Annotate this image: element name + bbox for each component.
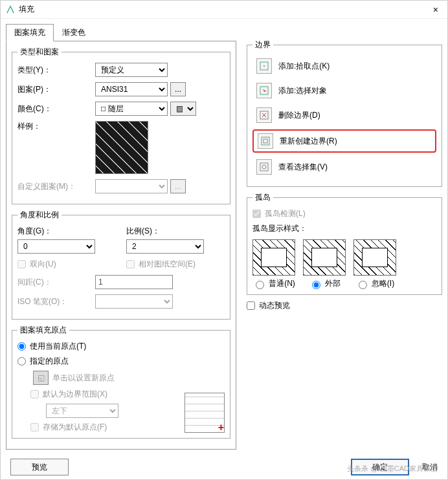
relative-checkbox: [126, 260, 135, 268]
tab-hatch[interactable]: 图案填充: [6, 24, 54, 41]
dynamic-preview-label: 动态预览: [259, 300, 290, 311]
island-outer-radio[interactable]: [312, 281, 320, 289]
default-boundary-checkbox: [30, 390, 39, 398]
island-outer-img[interactable]: [303, 239, 346, 276]
origin-legend: 图案填充原点: [17, 325, 69, 336]
tab-bar: 图案填充 渐变色: [6, 24, 236, 41]
boundary-legend: 边界: [252, 39, 273, 50]
boundary-group: 边界 添加:拾取点(K) 添加:选择对象 删除边界(D) 重新创建边界(R) 查…: [247, 39, 442, 187]
relative-label: 相对图纸空间(E): [139, 259, 196, 270]
store-default-label: 存储为默认原点(F): [43, 422, 107, 433]
pick-point-icon: [256, 58, 272, 74]
double-label: 双向(U): [30, 259, 56, 270]
remove-icon: [256, 107, 272, 123]
pattern-label: 图案(P)：: [17, 84, 95, 95]
island-outer-label: 外部: [325, 278, 341, 289]
close-button[interactable]: ×: [429, 5, 442, 15]
angle-label: 角度(G)：: [17, 226, 116, 237]
left-panel: 类型和图案 类型(Y)： 预定义 图案(P)： ANSI31 ... 颜色(C)…: [6, 41, 236, 450]
dynamic-preview-checkbox[interactable]: [247, 301, 255, 310]
type-label: 类型(Y)：: [17, 65, 95, 76]
remove-label: 删除边界(D): [278, 110, 320, 121]
origin-group: 图案填充原点 使用当前原点(T) 指定的原点 ◱单击以设置新原点 默认为边界范围…: [12, 325, 230, 439]
add-pick-button[interactable]: 添加:拾取点(K): [252, 56, 436, 76]
watermark: 头条杀 @ 云墨CAD家具课堂: [347, 464, 438, 474]
preview-button[interactable]: 预览: [10, 459, 69, 475]
click-set-label: 单击以设置新原点: [52, 373, 115, 384]
island-group: 孤岛 孤岛检测(L) 孤岛显示样式： 普通(N) 外部 忽略(I): [247, 192, 442, 295]
color-select[interactable]: □ 随层: [95, 102, 168, 116]
titlebar: 填充 ×: [1, 1, 447, 19]
custom-pattern-label: 自定义图案(M)：: [17, 181, 95, 192]
spacing-label: 间距(C)：: [17, 277, 95, 288]
double-checkbox: [17, 260, 26, 268]
island-detect-checkbox: [252, 210, 261, 218]
default-boundary-label: 默认为边界范围(X): [43, 389, 107, 400]
pick-origin-icon: ◱: [33, 371, 49, 385]
recreate-boundary-button[interactable]: 重新创建边界(R): [252, 129, 436, 153]
tab-gradient[interactable]: 渐变色: [54, 24, 94, 41]
store-default-checkbox: [30, 423, 39, 431]
svg-rect-5: [263, 139, 267, 143]
island-detect-label: 孤岛检测(L): [265, 208, 306, 219]
app-icon: [6, 5, 15, 14]
use-current-label: 使用当前原点(T): [30, 341, 86, 352]
recreate-icon: [258, 133, 273, 149]
add-pick-label: 添加:拾取点(K): [278, 61, 330, 72]
origin-preview: [185, 393, 225, 433]
sample-label: 样例：: [17, 121, 95, 132]
custom-pattern-browse: ...: [170, 179, 186, 193]
iso-label: ISO 笔宽(O)：: [17, 296, 95, 307]
island-ignore-label: 忽略(I): [372, 278, 394, 289]
scale-select[interactable]: 2: [126, 239, 204, 254]
scale-label: 比例(S)：: [126, 226, 225, 237]
svg-point-7: [262, 165, 266, 169]
position-select: 左下: [46, 404, 118, 418]
view-icon: [256, 159, 272, 175]
recreate-label: 重新创建边界(R): [280, 136, 337, 147]
island-ignore-img[interactable]: [353, 239, 396, 276]
add-select-button[interactable]: 添加:选择对象: [252, 80, 436, 101]
island-style-label: 孤岛显示样式：: [252, 223, 436, 234]
island-legend: 孤岛: [252, 192, 273, 203]
island-normal-label: 普通(N): [269, 278, 295, 289]
pattern-browse-button[interactable]: ...: [170, 82, 186, 96]
pattern-select[interactable]: ANSI31: [95, 82, 168, 96]
svg-rect-6: [260, 163, 268, 171]
type-pattern-group: 类型和图案 类型(Y)： 预定义 图案(P)： ANSI31 ... 颜色(C)…: [12, 47, 230, 204]
svg-rect-4: [262, 137, 269, 145]
spacing-input: [95, 275, 173, 289]
island-normal-radio[interactable]: [256, 281, 264, 289]
view-selection-button[interactable]: 查看选择集(V): [252, 157, 436, 177]
iso-select: [95, 294, 173, 309]
svg-point-1: [263, 65, 265, 67]
color-label: 颜色(C)：: [17, 104, 95, 115]
select-object-icon: [256, 83, 272, 98]
type-pattern-legend: 类型和图案: [17, 47, 62, 58]
angle-scale-group: 角度和比例 角度(G)： 0 双向(U) 比例(S)： 2 相对图纸空间(E) …: [12, 210, 230, 320]
island-normal-img[interactable]: [252, 239, 295, 276]
sample-swatch[interactable]: [95, 121, 148, 174]
custom-pattern-select: [95, 179, 168, 193]
specify-label: 指定的原点: [30, 356, 69, 367]
remove-boundary-button[interactable]: 删除边界(D): [252, 105, 436, 125]
add-select-label: 添加:选择对象: [278, 85, 327, 96]
view-label: 查看选择集(V): [278, 162, 328, 173]
angle-select[interactable]: 0: [17, 239, 95, 254]
island-ignore-radio[interactable]: [359, 281, 367, 289]
color-secondary-select[interactable]: ▨: [170, 102, 196, 116]
angle-scale-legend: 角度和比例: [17, 210, 62, 221]
type-select[interactable]: 预定义: [95, 63, 168, 77]
specify-radio[interactable]: [17, 357, 26, 365]
window-title: 填充: [19, 4, 429, 15]
use-current-radio[interactable]: [17, 342, 26, 351]
